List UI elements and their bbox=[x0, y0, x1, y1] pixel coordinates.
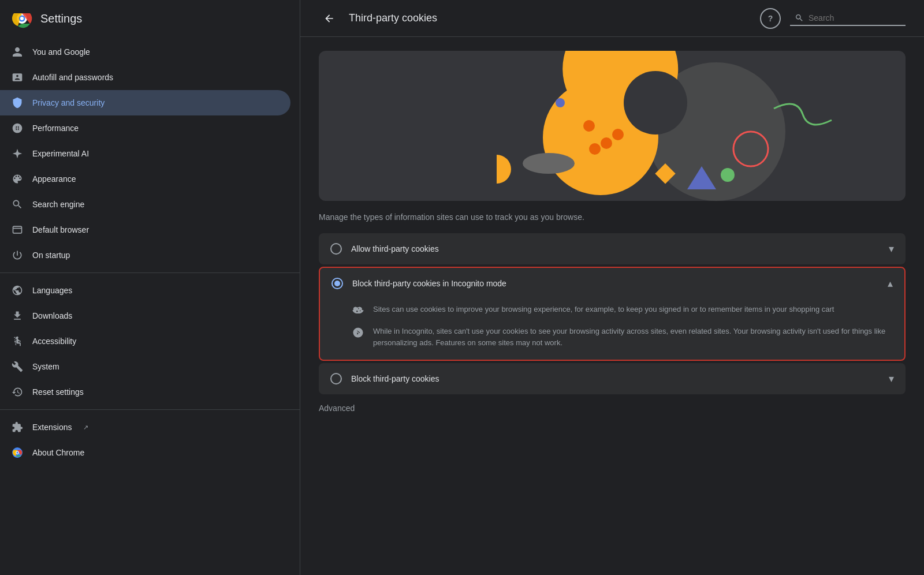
chrome-logo-icon bbox=[12, 8, 32, 29]
block-all-chevron: ▾ bbox=[889, 372, 894, 385]
header-right: ? bbox=[760, 8, 906, 29]
speed-icon bbox=[12, 122, 23, 134]
sidebar-item-default-browser-label: Default browser bbox=[32, 225, 89, 234]
sidebar-item-accessibility[interactable]: Accessibility bbox=[0, 328, 290, 354]
sidebar-item-you-and-google-label: You and Google bbox=[32, 47, 90, 57]
info-row-cookies: Sites can use cookies to improve your br… bbox=[352, 304, 893, 316]
description-text: Manage the types of information sites ca… bbox=[319, 212, 906, 222]
svg-point-5 bbox=[16, 127, 18, 129]
sidebar-item-downloads[interactable]: Downloads bbox=[0, 303, 290, 328]
external-link-icon: ↗ bbox=[83, 424, 88, 431]
advanced-label: Advanced bbox=[319, 397, 906, 413]
page-body: Manage the types of information sites ca… bbox=[300, 37, 924, 575]
block-all-header[interactable]: Block third-party cookies ▾ bbox=[319, 363, 906, 394]
svg-point-21 bbox=[721, 168, 735, 182]
sidebar-item-autofill[interactable]: Autofill and passwords bbox=[0, 65, 290, 90]
sidebar-item-on-startup-label: On startup bbox=[32, 251, 70, 260]
svg-point-16 bbox=[601, 137, 612, 149]
block-icon bbox=[352, 327, 364, 338]
sidebar-item-downloads-label: Downloads bbox=[32, 311, 72, 320]
search-input[interactable] bbox=[808, 13, 901, 23]
download-icon bbox=[12, 310, 23, 322]
cookie-illustration bbox=[319, 51, 906, 201]
svg-rect-6 bbox=[13, 226, 22, 233]
browser-icon bbox=[12, 224, 23, 236]
nav-separator-2 bbox=[0, 409, 300, 410]
help-icon: ? bbox=[768, 14, 773, 23]
power-icon bbox=[12, 249, 23, 261]
block-incognito-option: Block third-party cookies in Incognito m… bbox=[319, 267, 906, 361]
back-button[interactable] bbox=[319, 8, 340, 29]
block-incognito-header[interactable]: Block third-party cookies in Incognito m… bbox=[320, 268, 904, 299]
allow-cookies-header[interactable]: Allow third-party cookies ▾ bbox=[319, 233, 906, 264]
sidebar-item-privacy[interactable]: Privacy and security bbox=[0, 90, 290, 115]
block-incognito-chevron: ▴ bbox=[888, 277, 893, 290]
sidebar-item-performance-label: Performance bbox=[32, 124, 79, 133]
sidebar-item-default-browser[interactable]: Default browser bbox=[0, 217, 290, 242]
block-incognito-body: Sites can use cookies to improve your br… bbox=[320, 299, 904, 360]
allow-cookies-label: Allow third-party cookies bbox=[351, 244, 880, 253]
search-icon bbox=[12, 199, 23, 210]
allow-cookies-chevron: ▾ bbox=[889, 242, 894, 255]
sidebar-item-accessibility-label: Accessibility bbox=[32, 337, 76, 346]
svg-point-23 bbox=[523, 153, 575, 174]
svg-point-15 bbox=[583, 120, 595, 132]
header-left: Third-party cookies bbox=[319, 8, 437, 29]
page-title: Third-party cookies bbox=[349, 12, 437, 24]
badge-icon bbox=[12, 72, 23, 83]
sidebar-item-search-engine-label: Search engine bbox=[32, 200, 84, 209]
svg-point-14 bbox=[624, 71, 687, 135]
sidebar-item-extensions[interactable]: Extensions ↗ bbox=[0, 415, 290, 440]
person-icon bbox=[12, 46, 23, 58]
sidebar-item-about-chrome[interactable]: About Chrome bbox=[0, 440, 290, 465]
info-text-incognito: While in Incognito, sites can't use your… bbox=[373, 326, 893, 348]
block-all-label: Block third-party cookies bbox=[351, 374, 880, 383]
sidebar: Settings You and Google Autofill and pas… bbox=[0, 0, 300, 575]
sidebar-item-privacy-label: Privacy and security bbox=[32, 98, 105, 107]
puzzle-icon bbox=[12, 421, 23, 433]
sparkle-icon bbox=[12, 148, 23, 159]
main-header: Third-party cookies ? bbox=[300, 0, 924, 37]
search-icon bbox=[795, 13, 804, 23]
sidebar-item-on-startup[interactable]: On startup bbox=[0, 242, 290, 268]
search-box[interactable] bbox=[790, 11, 906, 26]
shield-icon bbox=[12, 97, 23, 109]
sidebar-item-search-engine[interactable]: Search engine bbox=[0, 192, 290, 217]
block-incognito-label: Block third-party cookies in Incognito m… bbox=[352, 279, 878, 288]
accessibility-icon bbox=[12, 335, 23, 347]
svg-point-17 bbox=[589, 143, 601, 155]
sidebar-item-experimental-ai-label: Experimental AI bbox=[32, 149, 89, 158]
sidebar-item-autofill-label: Autofill and passwords bbox=[32, 73, 113, 82]
main-content: Third-party cookies ? bbox=[300, 0, 924, 575]
wrench-icon bbox=[12, 361, 23, 372]
allow-cookies-radio[interactable] bbox=[330, 243, 342, 255]
info-row-incognito: While in Incognito, sites can't use your… bbox=[352, 326, 893, 348]
sidebar-title: Settings bbox=[40, 12, 82, 25]
svg-point-4 bbox=[20, 17, 24, 20]
palette-icon bbox=[12, 173, 23, 185]
block-all-option: Block third-party cookies ▾ bbox=[319, 363, 906, 394]
sidebar-item-appearance-label: Appearance bbox=[32, 174, 76, 184]
sidebar-item-reset-settings[interactable]: Reset settings bbox=[0, 379, 290, 405]
sidebar-item-reset-settings-label: Reset settings bbox=[32, 387, 84, 397]
cookie-icon bbox=[352, 305, 364, 316]
sidebar-item-experimental-ai[interactable]: Experimental AI bbox=[0, 141, 290, 166]
block-all-radio[interactable] bbox=[330, 373, 342, 384]
sidebar-item-performance[interactable]: Performance bbox=[0, 115, 290, 141]
info-text-cookies: Sites can use cookies to improve your br… bbox=[373, 304, 834, 315]
block-incognito-radio[interactable] bbox=[331, 278, 343, 289]
sidebar-item-you-and-google[interactable]: You and Google bbox=[0, 39, 290, 65]
sidebar-item-languages-label: Languages bbox=[32, 286, 72, 295]
about-chrome-icon bbox=[12, 447, 23, 458]
sidebar-nav: You and Google Autofill and passwords Pr… bbox=[0, 37, 300, 575]
sidebar-item-about-chrome-label: About Chrome bbox=[32, 448, 84, 457]
sidebar-item-system[interactable]: System bbox=[0, 354, 290, 379]
history-icon bbox=[12, 386, 23, 398]
sidebar-item-languages[interactable]: Languages bbox=[0, 278, 290, 303]
sidebar-item-appearance[interactable]: Appearance bbox=[0, 166, 290, 192]
help-button[interactable]: ? bbox=[760, 8, 781, 29]
nav-separator-1 bbox=[0, 272, 300, 273]
illustration-banner bbox=[319, 51, 906, 201]
sidebar-header: Settings bbox=[0, 0, 300, 37]
sidebar-item-extensions-label: Extensions bbox=[32, 423, 72, 432]
